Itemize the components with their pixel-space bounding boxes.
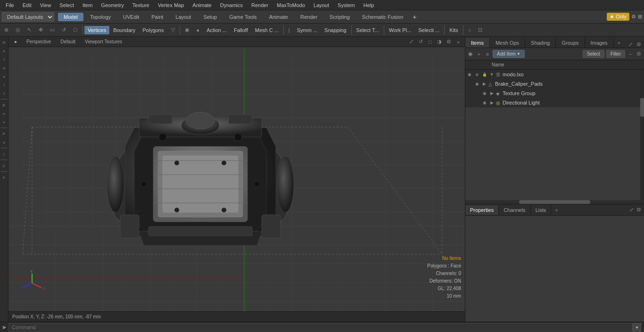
add-panel-tab-button[interactable]: + [614, 38, 624, 48]
menu-system[interactable]: System [334, 1, 359, 9]
items-add-icon[interactable]: + [476, 51, 482, 57]
snapping-button[interactable]: Snapping [321, 26, 350, 34]
left-tool-4[interactable]: a [0, 64, 8, 72]
left-tool-14[interactable]: C [0, 162, 8, 170]
tab-properties[interactable]: Properties [465, 205, 499, 215]
tab-paint[interactable]: Paint [146, 13, 169, 21]
expand-icon-light[interactable]: ▶ [489, 100, 495, 105]
mode-icon[interactable]: ▽ [168, 25, 178, 34]
lock-icon-root[interactable]: 🔒 [481, 71, 488, 78]
falloff-button[interactable]: Falloff [231, 26, 251, 34]
items-gear-icon[interactable]: ⚙ [636, 51, 642, 57]
select-button[interactable]: Select [583, 50, 604, 58]
menu-file[interactable]: File [2, 1, 18, 9]
vertices-button[interactable]: Vertices [84, 26, 109, 34]
tab-gametools[interactable]: Game Tools [223, 13, 263, 21]
menu-vertex-map[interactable]: Vertex Map [154, 1, 188, 9]
menu-geometry[interactable]: Geometry [97, 1, 127, 9]
props-expand-icon[interactable]: ⤢ [628, 207, 635, 213]
perspective-label[interactable]: Perspective [24, 39, 54, 45]
tab-topology[interactable]: Topology [84, 13, 116, 21]
tab-animate[interactable]: Animate [264, 13, 294, 21]
items-minus-icon[interactable]: − [627, 51, 634, 57]
menu-view[interactable]: View [36, 1, 55, 9]
menu-animate[interactable]: Animate [189, 1, 215, 9]
tab-shading[interactable]: Shading [525, 38, 556, 48]
tab-model[interactable]: Model [58, 13, 83, 21]
eye-icon-brake[interactable]: ◉ [474, 81, 480, 87]
tab-uvedit[interactable]: UVEdit [117, 13, 145, 21]
tab-mesh-ops[interactable]: Mesh Ops [490, 38, 525, 48]
items-filter-icon[interactable]: ≡ [484, 51, 491, 57]
tab-schematic-fusion[interactable]: Schematic Fusion [356, 13, 409, 21]
menu-maxtomodo[interactable]: MaxToModo [273, 1, 309, 9]
tab-setup[interactable]: Setup [198, 13, 223, 21]
tab-groups[interactable]: Groups [556, 38, 585, 48]
expand-icon-root[interactable]: ▼ [489, 72, 495, 77]
left-tool-8[interactable]: E [0, 101, 8, 109]
viewport-toggle[interactable]: ● [11, 39, 20, 45]
add-item-button[interactable]: Add Item ▼ [493, 50, 525, 58]
add-props-tab-button[interactable]: + [551, 205, 561, 215]
boundary-button[interactable]: Boundary [110, 26, 139, 34]
kits-button[interactable]: Kits [446, 26, 461, 34]
vp-ctrl-render[interactable]: ◑ [436, 38, 443, 46]
tab-channels[interactable]: Channels [499, 205, 530, 215]
eye-icon-light[interactable]: ◉ [481, 99, 488, 106]
menu-layout[interactable]: Layout [310, 1, 333, 9]
fullscreen-icon[interactable]: ⊡ [475, 25, 486, 34]
symm-button[interactable]: Symm ... [294, 26, 321, 34]
filter-button[interactable]: Filter [606, 50, 625, 58]
tab-images[interactable]: Images [585, 38, 614, 48]
scroll-bar-thumb[interactable] [519, 200, 591, 204]
left-tool-12[interactable]: o [0, 138, 8, 146]
left-tool-15[interactable]: F [0, 174, 8, 181]
left-tool-1[interactable]: D [0, 39, 8, 46]
expand-icon[interactable]: ⊞ [638, 14, 642, 20]
settings-icon[interactable]: ⚙ [631, 14, 636, 20]
vp-ctrl-settings[interactable]: ⚙ [445, 38, 453, 46]
eye-icon-root[interactable]: ◉ [466, 71, 473, 78]
menu-render[interactable]: Render [248, 1, 272, 9]
viewport-textures-label[interactable]: Viewport Textures [82, 39, 125, 45]
panel-settings-icon[interactable]: ⚙ [636, 41, 642, 48]
vis-icon-root[interactable]: ◉ [474, 71, 480, 78]
menu-item[interactable]: Item [79, 1, 96, 9]
expand-icon-texture[interactable]: ▶ [489, 91, 495, 96]
tab-items[interactable]: Items [465, 38, 490, 48]
menu-texture[interactable]: Texture [129, 1, 153, 9]
mesh-c-button[interactable]: Mesh C ... [252, 26, 282, 34]
tree-row-root[interactable]: ◉ ◉ 🔒 ▼ ☰ modo.lxo [465, 70, 644, 79]
work-pl-button[interactable]: Work Pl... [386, 26, 414, 34]
tree-row-light[interactable]: ◉ ▶ ◎ Directional Light [465, 98, 644, 107]
tree-row-texture[interactable]: ◉ ▶ ◈ Texture Group [465, 89, 644, 98]
left-tool-10[interactable]: v [0, 118, 8, 126]
tree-row-brake[interactable]: ◉ ▶ △ Brake_Caliper_Pads [465, 79, 644, 89]
menu-dynamics[interactable]: Dynamics [216, 1, 247, 9]
eye-icon-texture[interactable]: ◉ [481, 90, 488, 97]
left-tool-7[interactable]: t [0, 89, 8, 97]
vr-icon[interactable]: ○ [465, 26, 475, 34]
items-scrollbar[interactable] [640, 70, 644, 200]
left-tool-6[interactable]: l [0, 81, 8, 89]
panel-expand-icon[interactable]: ⤢ [627, 41, 634, 48]
viewport[interactable]: ● Perspective Default Viewport Textures … [8, 37, 465, 322]
vp-ctrl-more[interactable]: » [454, 38, 462, 46]
tab-lists[interactable]: Lists [531, 205, 552, 215]
tab-render[interactable]: Render [295, 13, 323, 21]
menu-edit[interactable]: Edit [19, 1, 35, 9]
props-settings-icon[interactable]: ⚙ [636, 207, 642, 213]
items-scrollbar-thumb[interactable] [640, 98, 644, 117]
vp-ctrl-camera[interactable]: □ [426, 38, 434, 46]
command-input[interactable] [8, 323, 633, 332]
selecti-button[interactable]: Selecti ... [415, 26, 443, 34]
select-t-button[interactable]: Select T... [353, 26, 382, 34]
canvas-3d[interactable]: X Y Z No Items Polygons : Face Channels:… [8, 47, 465, 311]
left-tool-5[interactable]: u [0, 73, 8, 80]
menu-select[interactable]: Select [56, 1, 78, 9]
action-button[interactable]: Action ... [203, 26, 230, 34]
polygons-button[interactable]: Polygons [139, 26, 167, 34]
tab-layout[interactable]: Layout [170, 13, 197, 21]
expand-icon-brake[interactable]: ▶ [481, 81, 487, 86]
left-tool-2[interactable]: e [0, 47, 8, 55]
